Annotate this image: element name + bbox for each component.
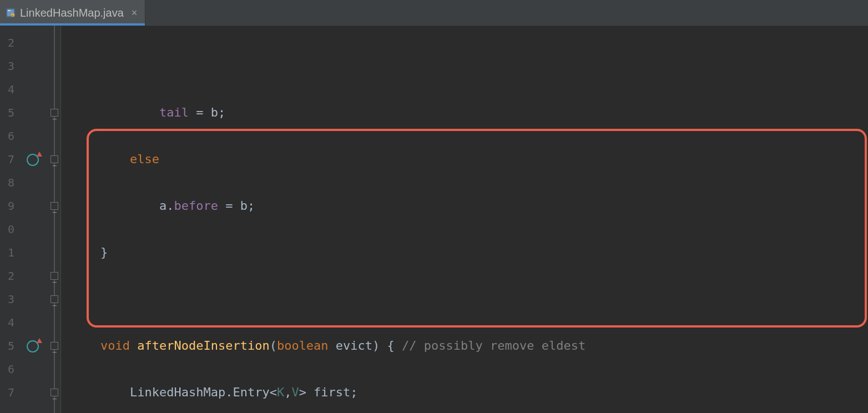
code-line[interactable]: tail = b;: [71, 101, 868, 124]
line-number: 0: [0, 218, 14, 241]
fold-toggle-icon[interactable]: [51, 272, 58, 280]
editor[interactable]: 2 3 4 5 6 7 8 9 0 1 2 3 4 5 6 7: [0, 26, 868, 413]
code-area[interactable]: tail = b; else a.before = b; } void afte…: [61, 26, 868, 413]
override-icon[interactable]: [27, 340, 39, 352]
fold-toggle-icon[interactable]: [51, 202, 58, 210]
fold-toggle-icon[interactable]: [51, 295, 58, 303]
tab-bar: LinkedHashMap.java ×: [0, 0, 868, 26]
line-number: 5: [0, 334, 14, 357]
line-number: 7: [0, 148, 14, 171]
tab-filename: LinkedHashMap.java: [20, 7, 124, 19]
line-number: 2: [0, 264, 14, 288]
line-number-gutter: 2 3 4 5 6 7 8 9 0 1 2 3 4 5 6 7: [0, 26, 17, 413]
override-icon[interactable]: [27, 154, 39, 166]
fold-toggle-icon[interactable]: [51, 342, 58, 350]
line-number: 8: [0, 171, 14, 194]
code-line[interactable]: }: [71, 241, 868, 264]
code-line[interactable]: [71, 288, 868, 311]
code-line[interactable]: void afterNodeInsertion(boolean evict) {…: [71, 334, 868, 357]
line-number: 3: [0, 54, 14, 78]
line-number: 6: [0, 124, 14, 148]
fold-toggle-icon[interactable]: [51, 389, 58, 396]
line-number: 9: [0, 194, 14, 218]
fold-toggle-icon[interactable]: [51, 109, 58, 117]
line-number: 6: [0, 357, 14, 381]
line-number: 1: [0, 241, 14, 264]
line-number: 4: [0, 311, 14, 334]
line-number: 7: [0, 381, 14, 404]
icon-gutter: [17, 26, 49, 413]
code-line[interactable]: else: [71, 148, 868, 171]
close-icon[interactable]: ×: [128, 7, 138, 19]
fold-gutter: [49, 26, 61, 413]
line-number: 5: [0, 101, 14, 124]
java-file-icon: [6, 8, 16, 18]
tab-linked-hashmap[interactable]: LinkedHashMap.java ×: [0, 0, 145, 26]
code-line[interactable]: a.before = b;: [71, 194, 868, 218]
line-number: 2: [0, 31, 14, 54]
fold-toggle-icon[interactable]: [51, 155, 58, 163]
line-number: 3: [0, 288, 14, 311]
line-number: 4: [0, 78, 14, 101]
code-line[interactable]: LinkedHashMap.Entry<K,V> first;: [71, 381, 868, 404]
